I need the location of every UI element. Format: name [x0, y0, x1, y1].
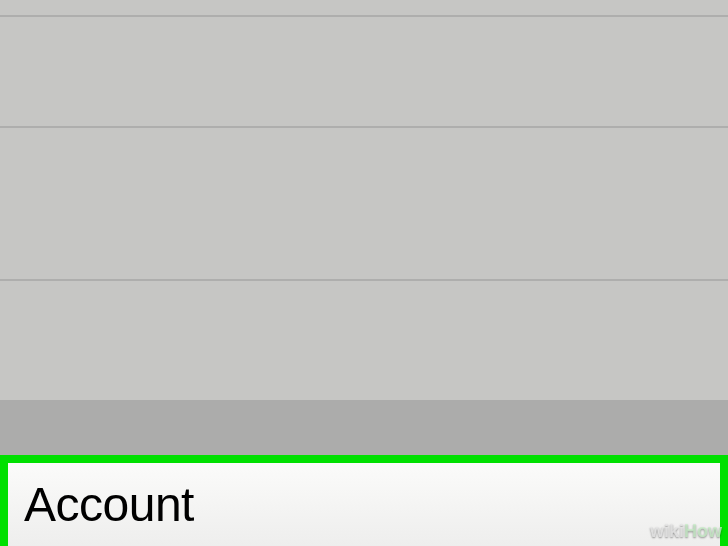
highlight-box: Account	[0, 455, 728, 546]
watermark: wikiHow	[650, 521, 722, 542]
account-row[interactable]: Account	[8, 463, 720, 546]
watermark-part2: How	[684, 521, 722, 541]
list-row[interactable]	[0, 281, 728, 400]
list-row[interactable]	[0, 128, 728, 281]
watermark-part1: wiki	[650, 521, 684, 541]
list-row[interactable]	[0, 17, 728, 128]
account-label: Account	[24, 477, 194, 532]
list-row[interactable]	[0, 0, 728, 17]
section-gap	[0, 400, 728, 455]
